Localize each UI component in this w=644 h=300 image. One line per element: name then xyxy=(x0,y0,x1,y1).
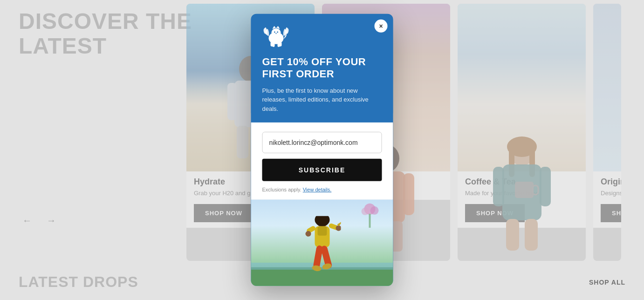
brand-logo xyxy=(262,25,290,48)
exclusions-text: Exclusions apply. View details. xyxy=(262,187,382,192)
svg-rect-32 xyxy=(278,43,280,47)
subscribe-button[interactable]: SUBSCRIBE xyxy=(262,159,382,181)
svg-rect-31 xyxy=(273,43,275,47)
email-input[interactable] xyxy=(262,132,382,153)
modal-top-section: × xyxy=(251,14,393,113)
svg-point-49 xyxy=(311,265,322,272)
jumping-person-image xyxy=(303,216,341,272)
modal-form-section: SUBSCRIBE Exclusions apply. View details… xyxy=(251,123,393,200)
modal-subtext: Plus, be the first to know about new rel… xyxy=(262,86,382,114)
subscribe-modal: × xyxy=(251,14,393,286)
view-details-link[interactable]: View details. xyxy=(303,187,332,192)
svg-point-37 xyxy=(370,206,379,215)
svg-point-36 xyxy=(362,208,369,215)
modal-close-button[interactable]: × xyxy=(375,20,388,33)
svg-point-40 xyxy=(315,216,329,226)
svg-rect-42 xyxy=(317,226,327,236)
svg-rect-38 xyxy=(369,214,371,228)
modal-bottom-image xyxy=(251,200,393,286)
modal-headline: GET 10% OFF YOUR FIRST ORDER xyxy=(262,56,382,81)
